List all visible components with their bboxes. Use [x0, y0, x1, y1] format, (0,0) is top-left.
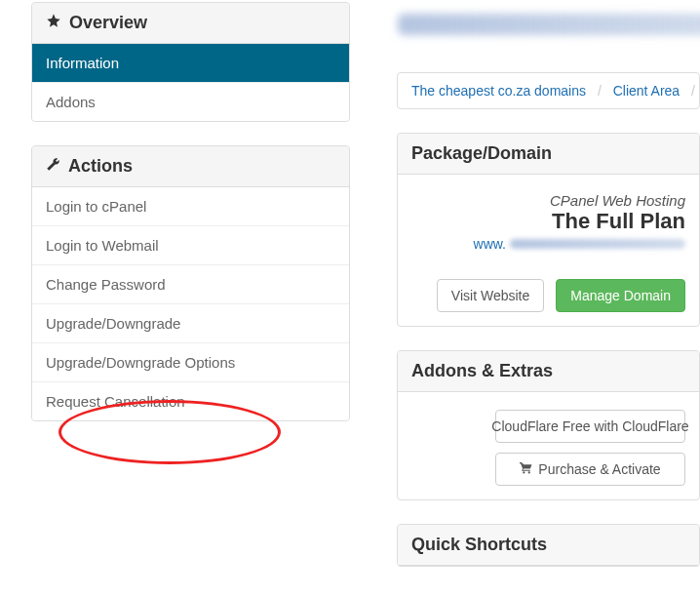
- actions-panel: Actions Login to cPanel Login to Webmail…: [31, 145, 350, 421]
- manage-domain-button[interactable]: Manage Domain: [556, 279, 685, 312]
- addons-panel: Addons & Extras CloudFlare Free with Clo…: [397, 350, 700, 500]
- action-item-label: Login to Webmail: [46, 237, 159, 254]
- action-login-cpanel[interactable]: Login to cPanel: [32, 187, 349, 226]
- breadcrumb-separator: /: [598, 83, 602, 99]
- action-upgrade-downgrade[interactable]: Upgrade/Downgrade: [32, 304, 349, 343]
- manage-domain-label: Manage Domain: [570, 288, 671, 303]
- addons-body: CloudFlare Free with CloudFlare Purchase…: [398, 392, 699, 499]
- package-header: Package/Domain: [398, 134, 699, 175]
- addons-header: Addons & Extras: [398, 351, 699, 392]
- overview-item-label: Information: [46, 55, 119, 71]
- package-panel: Package/Domain CPanel Web Hosting The Fu…: [397, 133, 700, 327]
- overview-header: Overview: [32, 3, 349, 44]
- package-body: CPanel Web Hosting The Full Plan www. Vi…: [398, 175, 699, 326]
- action-item-label: Upgrade/Downgrade: [46, 315, 180, 332]
- addon-cloudflare-label: CloudFlare Free with CloudFlare: [491, 418, 688, 434]
- package-domain-obscured: [510, 239, 685, 249]
- sidebar: Overview Information Addons Actions Logi…: [31, 0, 350, 590]
- overview-item-addons[interactable]: Addons: [32, 83, 349, 121]
- action-change-password[interactable]: Change Password: [32, 265, 349, 304]
- cart-icon: [520, 461, 532, 477]
- visit-website-button[interactable]: Visit Website: [437, 279, 544, 312]
- purchase-activate-button[interactable]: Purchase & Activate: [495, 453, 685, 486]
- action-item-label: Change Password: [46, 276, 166, 293]
- actions-header-label: Actions: [68, 156, 133, 177]
- package-plan-name: The Full Plan: [411, 209, 685, 234]
- overview-item-label: Addons: [46, 94, 96, 110]
- breadcrumb: The cheapest co.za domains / Client Area…: [397, 72, 700, 109]
- svg-point-1: [528, 471, 530, 473]
- star-icon: [46, 13, 61, 33]
- package-header-label: Package/Domain: [411, 143, 552, 164]
- shortcuts-header: Quick Shortcuts: [398, 525, 699, 566]
- overview-item-information[interactable]: Information: [32, 44, 349, 83]
- main-content: The cheapest co.za domains / Client Area…: [397, 0, 700, 590]
- breadcrumb-link-home[interactable]: The cheapest co.za domains: [411, 83, 586, 99]
- action-item-label: Login to cPanel: [46, 198, 146, 215]
- svg-point-0: [524, 471, 525, 473]
- wrench-icon: [46, 156, 60, 177]
- shortcuts-header-label: Quick Shortcuts: [411, 535, 547, 555]
- addons-header-label: Addons & Extras: [411, 361, 553, 381]
- addon-cloudflare-button[interactable]: CloudFlare Free with CloudFlare: [495, 410, 685, 443]
- package-hosting-line: CPanel Web Hosting: [411, 192, 685, 209]
- breadcrumb-separator: /: [691, 83, 695, 99]
- purchase-activate-label: Purchase & Activate: [538, 461, 660, 477]
- actions-header: Actions: [32, 146, 349, 187]
- shortcuts-panel: Quick Shortcuts: [397, 524, 700, 567]
- breadcrumb-link-client-area[interactable]: Client Area: [613, 83, 680, 99]
- action-item-label: Upgrade/Downgrade Options: [46, 354, 235, 371]
- action-request-cancellation[interactable]: Request Cancellation: [32, 382, 349, 420]
- overview-header-label: Overview: [69, 13, 147, 33]
- package-domain-prefix: www.: [474, 236, 506, 252]
- package-domain[interactable]: www.: [411, 236, 685, 252]
- action-upgrade-downgrade-options[interactable]: Upgrade/Downgrade Options: [32, 343, 349, 382]
- visit-website-label: Visit Website: [451, 288, 529, 303]
- overview-panel: Overview Information Addons: [31, 2, 350, 122]
- action-login-webmail[interactable]: Login to Webmail: [32, 226, 349, 265]
- action-item-label: Request Cancellation: [46, 393, 185, 410]
